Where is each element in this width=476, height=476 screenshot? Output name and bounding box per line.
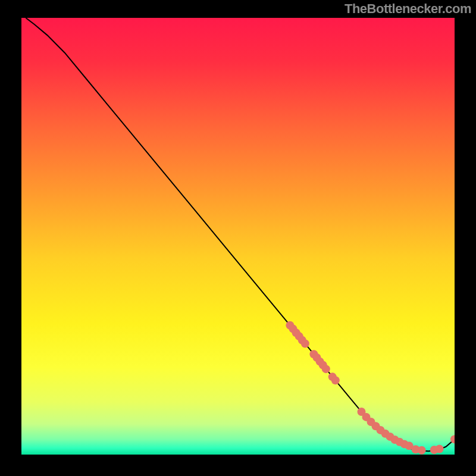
gradient-background	[21, 18, 455, 455]
marker-point	[418, 446, 426, 455]
marker-point	[436, 444, 444, 453]
attribution-label: TheBottlenecker.com	[345, 1, 471, 17]
marker-point	[331, 376, 340, 384]
bottleneck-chart	[21, 18, 455, 455]
marker-point	[301, 340, 309, 348]
marker-point	[322, 365, 330, 373]
